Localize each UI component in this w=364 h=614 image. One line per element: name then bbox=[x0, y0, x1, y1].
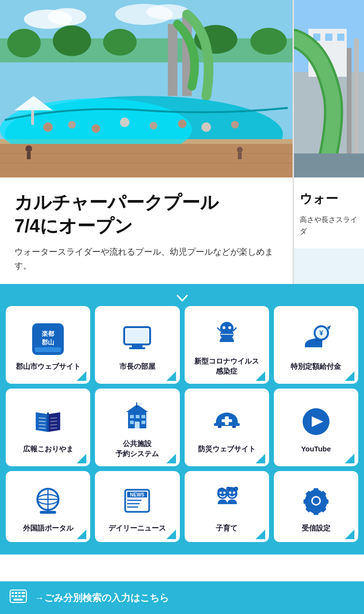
svg-rect-114 bbox=[18, 595, 21, 597]
svg-rect-111 bbox=[22, 592, 25, 594]
svg-point-28 bbox=[25, 145, 32, 152]
grid-label-covid: 新型コロナウイルス感染症 bbox=[194, 356, 259, 376]
svg-line-54 bbox=[217, 328, 221, 331]
helmet-icon bbox=[210, 404, 244, 439]
svg-rect-72 bbox=[130, 415, 134, 418]
grid-row-2: 広報こおりやま bbox=[6, 389, 358, 466]
grid-item-children[interactable]: 子育て bbox=[185, 471, 269, 542]
svg-point-30 bbox=[237, 147, 243, 153]
grid-item-covid[interactable]: 新型コロナウイルス感染症 bbox=[185, 306, 269, 384]
grid-label-mayor: 市長の部屋 bbox=[119, 361, 155, 371]
globe-icon bbox=[31, 484, 65, 518]
svg-rect-11 bbox=[168, 24, 177, 96]
gear-icon bbox=[299, 484, 333, 518]
svg-point-101 bbox=[229, 491, 231, 494]
svg-line-60 bbox=[39, 418, 46, 418]
keyboard-icon bbox=[10, 590, 27, 606]
svg-rect-80 bbox=[222, 419, 232, 422]
grid-item-settings[interactable]: 受信設定 bbox=[274, 471, 358, 542]
svg-text:¥: ¥ bbox=[319, 329, 323, 337]
svg-point-21 bbox=[178, 119, 187, 128]
svg-point-99 bbox=[223, 491, 225, 494]
play-circle-icon bbox=[299, 404, 333, 439]
bottom-bar[interactable]: →ごみ分別検索の入力はこちら bbox=[0, 581, 364, 614]
svg-rect-40 bbox=[294, 154, 364, 177]
svg-point-18 bbox=[92, 124, 100, 133]
grid-item-foreign[interactable]: 外国語ポータル bbox=[6, 471, 90, 542]
svg-rect-75 bbox=[130, 421, 134, 424]
book-icon bbox=[31, 404, 65, 439]
svg-rect-82 bbox=[232, 426, 236, 428]
hero-card-partial[interactable]: ウォー 高さや長さスライダ bbox=[293, 0, 364, 284]
hero-card-main[interactable]: カルチャーパークプール7/4にオープン ウォータースライダーや流れるプール、幼児… bbox=[0, 0, 293, 284]
grid-item-koho[interactable]: 広報こおりやま bbox=[6, 389, 90, 466]
hero-desc-partial: 高さや長さスライダ bbox=[300, 214, 358, 237]
svg-line-63 bbox=[39, 428, 46, 428]
svg-point-103 bbox=[226, 487, 230, 491]
svg-point-19 bbox=[120, 118, 129, 127]
bottom-bar-text: →ごみ分別検索の入力はこちら bbox=[35, 591, 169, 604]
svg-point-20 bbox=[150, 122, 157, 130]
hero-title-partial: ウォー bbox=[300, 191, 358, 207]
svg-text:楽都: 楽都 bbox=[42, 330, 55, 337]
svg-point-6 bbox=[7, 29, 41, 58]
svg-rect-59 bbox=[47, 413, 49, 432]
svg-rect-113 bbox=[15, 595, 17, 597]
svg-line-62 bbox=[39, 425, 46, 425]
koriyama-logo-icon: 楽都 郡山 bbox=[31, 322, 65, 356]
svg-rect-25 bbox=[0, 144, 293, 177]
svg-rect-37 bbox=[337, 34, 344, 41]
svg-rect-44 bbox=[35, 347, 61, 352]
grid-item-news[interactable]: NEWS デイリーニュース bbox=[95, 471, 179, 542]
svg-rect-5 bbox=[0, 38, 293, 62]
svg-line-61 bbox=[39, 421, 46, 422]
hero-image-main bbox=[0, 0, 293, 177]
grid-item-mayor[interactable]: 市長の部屋 bbox=[95, 306, 179, 384]
grid-item-facility[interactable]: 公共施設予約システム bbox=[95, 389, 179, 466]
grid-item-koriyama-web[interactable]: 楽都 郡山 郡山市ウェブサイト bbox=[6, 306, 90, 384]
grid-label-news: デイリーニュース bbox=[108, 523, 166, 533]
svg-point-2 bbox=[48, 8, 86, 25]
svg-rect-31 bbox=[238, 153, 242, 159]
grid-label-foreign: 外国語ポータル bbox=[23, 523, 73, 533]
hero-desc-main: ウォータースライダーや流れるプール、幼児プールなどが楽しめます。 bbox=[14, 245, 278, 273]
svg-rect-76 bbox=[141, 421, 145, 424]
grid-label-bousai: 防災ウェブサイト bbox=[198, 444, 256, 454]
svg-rect-81 bbox=[218, 426, 222, 428]
svg-rect-77 bbox=[135, 422, 140, 428]
svg-line-65 bbox=[50, 421, 57, 422]
monitor-icon bbox=[120, 322, 154, 356]
svg-text:郡山: 郡山 bbox=[41, 339, 54, 346]
svg-rect-46 bbox=[132, 344, 142, 347]
grid-label-children: 子育て bbox=[216, 523, 237, 533]
hero-text-partial: ウォー 高さや長さスライダ bbox=[294, 177, 364, 248]
grid-row-3: 外国語ポータル NEWS デイリーニュース bbox=[6, 471, 358, 542]
svg-rect-116 bbox=[13, 599, 23, 601]
svg-line-67 bbox=[50, 428, 57, 428]
svg-rect-29 bbox=[27, 152, 31, 159]
svg-rect-36 bbox=[325, 34, 332, 41]
grid-item-payment[interactable]: ¥ 特別定額給付金 bbox=[274, 306, 358, 384]
hero-section: カルチャーパークプール7/4にオープン ウォータースライダーや流れるプール、幼児… bbox=[0, 0, 364, 284]
svg-rect-74 bbox=[141, 415, 145, 418]
money-hand-icon: ¥ bbox=[299, 322, 333, 356]
grid-label-youtube: YouTube bbox=[301, 444, 331, 454]
svg-rect-109 bbox=[15, 592, 17, 594]
grid-item-youtube[interactable]: YouTube bbox=[274, 389, 358, 466]
news-icon: NEWS bbox=[120, 484, 154, 518]
svg-point-23 bbox=[231, 121, 239, 129]
svg-point-7 bbox=[53, 25, 91, 56]
svg-point-17 bbox=[68, 121, 76, 129]
svg-point-106 bbox=[313, 497, 319, 504]
hero-title-main: カルチャーパークプール7/4にオープン bbox=[14, 191, 278, 238]
building-icon bbox=[120, 399, 154, 434]
scroll-indicator bbox=[6, 292, 358, 306]
grid-label-facility: 公共施設予約システム bbox=[116, 438, 159, 459]
svg-text:NEWS: NEWS bbox=[130, 492, 144, 497]
hero-text-main: カルチャーパークプール7/4にオープン ウォータースライダーや流れるプール、幼児… bbox=[0, 177, 293, 284]
svg-rect-115 bbox=[22, 595, 25, 597]
grid-item-bousai[interactable]: 防災ウェブサイト bbox=[185, 389, 269, 466]
svg-rect-70 bbox=[136, 402, 137, 408]
svg-rect-89 bbox=[40, 511, 56, 514]
svg-rect-73 bbox=[136, 415, 140, 418]
